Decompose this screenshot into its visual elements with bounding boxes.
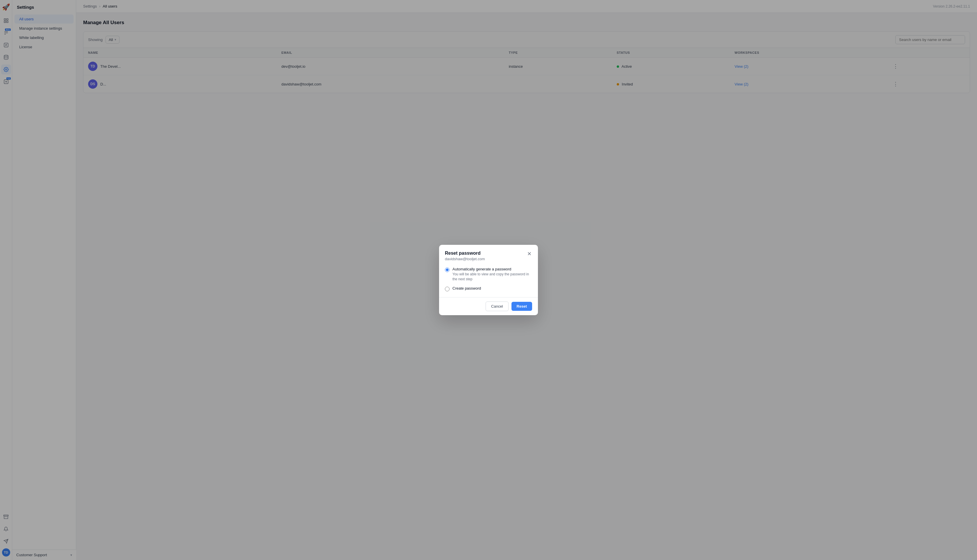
radio-option-manual: Create password [445,286,532,291]
radio-auto-desc: You will be able to view and copy the pa… [452,272,532,282]
radio-manual-label: Create password [452,286,481,290]
radio-auto-label: Automatically generate a password [452,267,532,271]
reset-button[interactable]: Reset [512,302,532,311]
modal-footer: Cancel Reset [439,297,538,315]
modal-header: Reset password davidshaw@tooljet.com ✕ [439,245,538,265]
modal-body: Automatically generate a password You wi… [439,265,538,297]
reset-password-modal: Reset password davidshaw@tooljet.com ✕ A… [439,245,538,315]
modal-title: Reset password [445,251,485,256]
modal-email: davidshaw@tooljet.com [445,257,485,261]
radio-manual-input[interactable] [445,287,450,291]
cancel-button[interactable]: Cancel [485,302,508,311]
modal-overlay[interactable]: Reset password davidshaw@tooljet.com ✕ A… [0,0,977,560]
radio-option-auto: Automatically generate a password You wi… [445,267,532,282]
radio-auto-input[interactable] [445,267,450,272]
modal-close-button[interactable]: ✕ [527,251,532,257]
